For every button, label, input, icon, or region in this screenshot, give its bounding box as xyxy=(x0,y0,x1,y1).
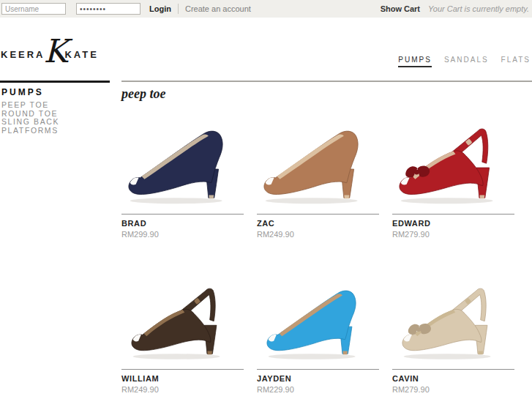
content-area: PUMPS PEEP TOE ROUND TOE SLING BACK PLAT… xyxy=(0,83,532,394)
brand-logo[interactable]: KEERA K KATE xyxy=(1,42,99,66)
show-cart-link[interactable]: Show Cart xyxy=(381,4,420,13)
brand-word-right: KATE xyxy=(64,49,98,60)
product-price: RM299.90 xyxy=(121,230,244,239)
sidebar-item-sling-back[interactable]: SLING BACK xyxy=(1,118,121,127)
product-price: RM229.90 xyxy=(257,385,379,394)
product-price: RM249.90 xyxy=(257,230,379,239)
shoe-photo-icon xyxy=(121,108,244,211)
sidebar-item-peep-toe[interactable]: PEEP TOE xyxy=(1,101,121,110)
create-account-link[interactable]: Create an account xyxy=(185,4,251,13)
password-input[interactable] xyxy=(76,3,141,15)
product-image[interactable] xyxy=(257,271,379,366)
product-divider xyxy=(257,214,379,215)
nav-item-sandals[interactable]: SANDALS xyxy=(444,56,489,67)
product-divider xyxy=(121,214,244,215)
shoe-photo-icon xyxy=(257,271,379,366)
login-button[interactable]: Login xyxy=(149,4,171,13)
nav-item-pumps[interactable]: PUMPS xyxy=(398,56,432,67)
product-divider xyxy=(392,369,514,370)
product-price: RM279.90 xyxy=(392,385,514,394)
product-image[interactable] xyxy=(121,108,244,211)
product-name[interactable]: EDWARD xyxy=(392,219,514,228)
product-name[interactable]: BRAD xyxy=(121,219,244,228)
product-card-edward[interactable]: EDWARD RM279.90 xyxy=(392,108,514,239)
product-card-brad[interactable]: BRAD RM299.90 xyxy=(121,108,244,239)
product-card-william[interactable]: WILLIAM RM249.90 xyxy=(121,271,244,394)
product-divider xyxy=(257,369,379,370)
product-image[interactable] xyxy=(121,271,244,366)
product-divider xyxy=(392,214,514,215)
brand-word-left: KEERA xyxy=(1,49,45,60)
product-listing: peep toe xyxy=(121,83,532,394)
main-nav: PUMPS SANDALS FLATS xyxy=(398,56,531,67)
product-image[interactable] xyxy=(257,108,379,211)
product-name[interactable]: WILLIAM xyxy=(121,374,244,383)
product-card-zac[interactable]: ZAC RM249.90 xyxy=(257,108,379,239)
cart-status-text: Your Cart is currently empty. xyxy=(428,4,529,13)
shoe-photo-icon xyxy=(392,108,514,211)
sidebar-title-pumps[interactable]: PUMPS xyxy=(1,87,121,97)
product-image[interactable] xyxy=(392,271,514,366)
shoe-photo-icon xyxy=(121,271,244,366)
shoe-photo-icon xyxy=(392,271,514,366)
product-name[interactable]: JAYDEN xyxy=(257,374,379,383)
storefront-page: Login Create an account Show Cart Your C… xyxy=(0,0,532,399)
shoe-photo-icon xyxy=(257,108,379,211)
header-divider xyxy=(121,81,532,82)
username-input[interactable] xyxy=(1,3,66,15)
product-price: RM279.90 xyxy=(392,230,514,239)
nav-item-flats[interactable]: FLATS xyxy=(501,56,531,67)
logo-underline xyxy=(0,81,110,83)
product-grid: BRAD RM299.90 xyxy=(121,108,516,394)
product-name[interactable]: ZAC xyxy=(257,219,379,228)
product-image[interactable] xyxy=(392,108,514,211)
product-card-jayden[interactable]: JAYDEN RM229.90 xyxy=(257,271,379,394)
sidebar-item-platforms[interactable]: PLATFORMS xyxy=(1,127,121,135)
product-name[interactable]: CAVIN xyxy=(392,374,514,383)
page-title: peep toe xyxy=(121,86,516,102)
topbar-divider xyxy=(178,4,179,14)
site-header: KEERA K KATE PUMPS SANDALS FLATS xyxy=(0,18,532,83)
cart-area: Show Cart Your Cart is currently empty. xyxy=(381,4,529,13)
product-price: RM249.90 xyxy=(121,385,244,394)
login-topbar: Login Create an account Show Cart Your C… xyxy=(0,0,532,18)
product-card-cavin[interactable]: CAVIN RM279.90 xyxy=(392,271,514,394)
category-sidebar: PUMPS PEEP TOE ROUND TOE SLING BACK PLAT… xyxy=(0,83,121,394)
product-divider xyxy=(121,369,244,370)
